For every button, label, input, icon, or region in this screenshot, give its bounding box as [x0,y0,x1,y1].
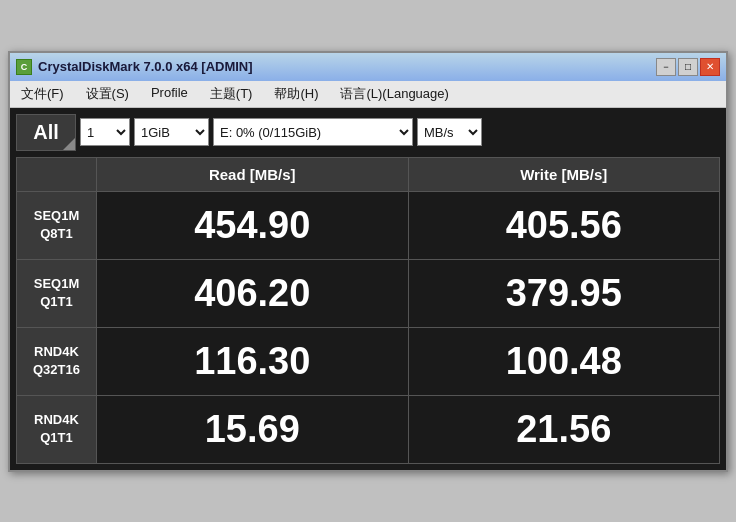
read-value-2: 116.30 [97,327,409,395]
toolbar: All 1 3 5 9 1GiB 512MiB 256MiB E: 0% (0/… [16,114,720,151]
all-button[interactable]: All [16,114,76,151]
table-row: SEQ1MQ1T1406.20379.95 [17,259,720,327]
window-controls: － □ ✕ [656,58,720,76]
title-bar: C CrystalDiskMark 7.0.0 x64 [ADMIN] － □ … [10,53,726,81]
title-bar-left: C CrystalDiskMark 7.0.0 x64 [ADMIN] [16,59,253,75]
write-value-0: 405.56 [408,191,720,259]
read-value-3: 15.69 [97,395,409,463]
row-label-2: RND4KQ32T16 [17,327,97,395]
menu-help[interactable]: 帮助(H) [271,84,321,104]
menu-language[interactable]: 语言(L)(Language) [337,84,451,104]
table-row: RND4KQ1T115.6921.56 [17,395,720,463]
row-label-3: RND4KQ1T1 [17,395,97,463]
menu-theme[interactable]: 主题(T) [207,84,256,104]
table-row: RND4KQ32T16116.30100.48 [17,327,720,395]
main-content: All 1 3 5 9 1GiB 512MiB 256MiB E: 0% (0/… [10,108,726,470]
table-row: SEQ1MQ8T1454.90405.56 [17,191,720,259]
read-value-1: 406.20 [97,259,409,327]
write-value-3: 21.56 [408,395,720,463]
window-title: CrystalDiskMark 7.0.0 x64 [ADMIN] [38,59,253,74]
menu-settings[interactable]: 设置(S) [83,84,132,104]
benchmark-table: Read [MB/s] Write [MB/s] SEQ1MQ8T1454.90… [16,157,720,464]
menu-bar: 文件(F) 设置(S) Profile 主题(T) 帮助(H) 语言(L)(La… [10,81,726,108]
count-select[interactable]: 1 3 5 9 [80,118,130,146]
write-value-1: 379.95 [408,259,720,327]
size-select[interactable]: 1GiB 512MiB 256MiB [134,118,209,146]
menu-profile[interactable]: Profile [148,84,191,104]
restore-button[interactable]: □ [678,58,698,76]
write-header: Write [MB/s] [408,157,720,191]
col-label-header [17,157,97,191]
main-window: C CrystalDiskMark 7.0.0 x64 [ADMIN] － □ … [8,51,728,472]
unit-select[interactable]: MB/s GB/s IOPS μs [417,118,482,146]
row-label-1: SEQ1MQ1T1 [17,259,97,327]
app-icon: C [16,59,32,75]
read-header: Read [MB/s] [97,157,409,191]
close-button[interactable]: ✕ [700,58,720,76]
menu-file[interactable]: 文件(F) [18,84,67,104]
minimize-button[interactable]: － [656,58,676,76]
row-label-0: SEQ1MQ8T1 [17,191,97,259]
write-value-2: 100.48 [408,327,720,395]
drive-select[interactable]: E: 0% (0/115GiB) [213,118,413,146]
read-value-0: 454.90 [97,191,409,259]
